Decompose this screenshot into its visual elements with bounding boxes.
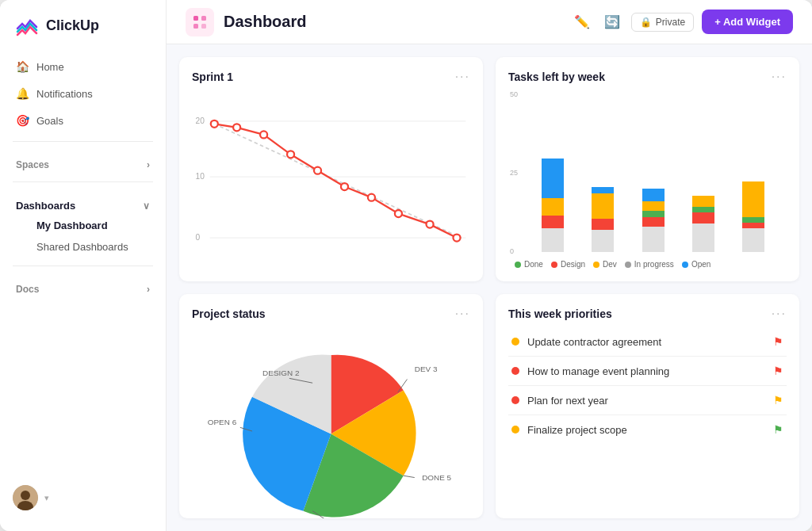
docs-label: Docs	[16, 284, 39, 295]
bar-segment	[692, 223, 714, 252]
sidebar-item-my-dashboard[interactable]: My Dashboard	[6, 215, 159, 236]
bar-segment	[742, 228, 764, 252]
tasks-week-menu[interactable]: ···	[772, 70, 787, 84]
svg-text:DONE 5: DONE 5	[422, 473, 451, 482]
bar-group-2	[582, 125, 622, 252]
sidebar-item-shared-dashboards[interactable]: Shared Dashboards	[6, 236, 159, 258]
svg-point-15	[233, 124, 240, 131]
project-status-header: Project status ···	[192, 307, 470, 321]
bar-segment	[642, 189, 665, 201]
sprint-title: Sprint 1	[192, 71, 233, 83]
bar-segment	[592, 187, 614, 193]
svg-point-23	[453, 235, 460, 242]
bar-segment	[542, 198, 564, 216]
priorities-widget: This week priorities ··· Update contract…	[496, 294, 799, 518]
sidebar-item-notifications[interactable]: 🔔 Notifications	[6, 81, 159, 106]
priority-list: Update contractor agreement ⚑ How to man…	[508, 327, 787, 506]
priority-item-4[interactable]: Finalize project scope ⚑	[508, 415, 787, 444]
sidebar-item-goals[interactable]: 🎯 Goals	[6, 108, 159, 133]
sidebar-item-label-goals: Goals	[36, 115, 63, 127]
chevron-down-icon: ▾	[44, 493, 49, 503]
main-content: Dashboard ✏️ 🔄 🔒 Private + Add Widget Sp…	[167, 0, 812, 531]
legend-label-in-progress: In progress	[634, 260, 674, 269]
sidebar-item-home[interactable]: 🏠 Home	[6, 54, 159, 79]
topbar-actions: ✏️ 🔄 🔒 Private + Add Widget	[571, 10, 793, 34]
sprint-chart: 20 10 0	[192, 90, 470, 269]
priority-item-3[interactable]: Plan for next year ⚑	[508, 386, 787, 415]
priority-dot-4	[511, 426, 519, 434]
svg-point-14	[211, 120, 218, 128]
dashboard-grid: Sprint 1 ··· 20 10 0	[167, 44, 812, 531]
svg-point-20	[368, 194, 375, 201]
svg-rect-6	[201, 24, 206, 29]
goals-icon: 🎯	[16, 114, 29, 127]
bar-segment	[592, 219, 614, 230]
svg-rect-3	[193, 16, 198, 21]
private-badge[interactable]: 🔒 Private	[631, 13, 694, 32]
pie-chart-area: DESIGN 2 DEV 3 DONE 5 IN PROGRESS 5 OPEN…	[192, 327, 470, 518]
bar-chart-legend: Done Design Dev In progress	[508, 260, 787, 269]
bar-segment	[642, 227, 665, 252]
bar-group-4	[683, 125, 723, 252]
sidebar: ClickUp 🏠 Home 🔔 Notifications 🎯 Goals S…	[0, 0, 167, 531]
bar-segment	[742, 181, 764, 217]
logo-text: ClickUp	[46, 17, 99, 34]
add-widget-button[interactable]: + Add Widget	[702, 10, 793, 34]
bar-segment	[742, 217, 764, 223]
legend-in-progress: In progress	[625, 260, 674, 269]
priority-item-1[interactable]: Update contractor agreement ⚑	[508, 327, 787, 357]
sidebar-section-docs[interactable]: Docs ›	[0, 274, 166, 298]
project-status-menu[interactable]: ···	[455, 307, 470, 321]
svg-line-13	[214, 124, 461, 238]
priority-flag-4: ⚑	[773, 423, 783, 436]
priority-flag-2: ⚑	[773, 365, 783, 377]
spaces-label: Spaces	[16, 159, 49, 170]
legend-done: Done	[515, 260, 543, 269]
legend-label-dev: Dev	[603, 260, 617, 269]
topbar: Dashboard ✏️ 🔄 🔒 Private + Add Widget	[167, 0, 812, 44]
sidebar-section-dashboards[interactable]: Dashboards ∨	[0, 190, 166, 215]
home-icon: 🏠	[16, 60, 29, 73]
private-label: Private	[656, 17, 685, 28]
avatar[interactable]	[13, 485, 38, 510]
sprint-widget-header: Sprint 1 ···	[192, 70, 470, 84]
svg-text:10: 10	[196, 173, 205, 181]
sidebar-item-label-home: Home	[36, 61, 64, 73]
sprint-svg: 20 10 0	[192, 90, 470, 269]
priorities-menu[interactable]: ···	[772, 307, 787, 321]
spaces-chevron: ›	[147, 159, 150, 170]
y-label-0: 0	[510, 247, 518, 255]
bar-group-3	[633, 125, 673, 252]
bar-segment	[542, 216, 564, 228]
legend-design: Design	[551, 260, 585, 269]
legend-dot-open	[682, 262, 688, 268]
lock-icon: 🔒	[640, 17, 652, 28]
logo: ClickUp	[0, 13, 166, 54]
legend-dot-design	[551, 262, 557, 268]
priorities-title: This week priorities	[508, 308, 612, 320]
sprint-widget: Sprint 1 ··· 20 10 0	[179, 57, 483, 281]
svg-text:DEV 3: DEV 3	[415, 365, 438, 373]
sidebar-section-spaces[interactable]: Spaces ›	[0, 150, 166, 174]
svg-rect-5	[193, 24, 198, 29]
bar-segment	[692, 207, 714, 212]
refresh-icon[interactable]: 🔄	[601, 11, 623, 32]
sidebar-nav: 🏠 Home 🔔 Notifications 🎯 Goals	[0, 54, 166, 133]
priority-flag-3: ⚑	[773, 394, 783, 407]
bar-segment	[542, 228, 564, 252]
legend-dot-done	[515, 262, 521, 268]
sidebar-footer: ▾	[0, 477, 166, 518]
svg-point-18	[314, 167, 321, 174]
priority-flag-1: ⚑	[773, 335, 783, 348]
svg-text:0: 0	[196, 233, 201, 242]
sprint-menu[interactable]: ···	[455, 70, 470, 84]
pencil-icon[interactable]: ✏️	[571, 11, 593, 32]
project-status-title: Project status	[192, 308, 266, 320]
tasks-week-header: Tasks left by week ···	[508, 70, 787, 84]
svg-text:DESIGN 2: DESIGN 2	[262, 369, 300, 377]
dashboards-label: Dashboards	[16, 200, 75, 212]
svg-line-29	[404, 476, 415, 477]
project-status-widget: Project status ···	[179, 294, 483, 518]
svg-point-16	[260, 131, 267, 138]
priority-item-2[interactable]: How to manage event planning ⚑	[508, 357, 787, 386]
